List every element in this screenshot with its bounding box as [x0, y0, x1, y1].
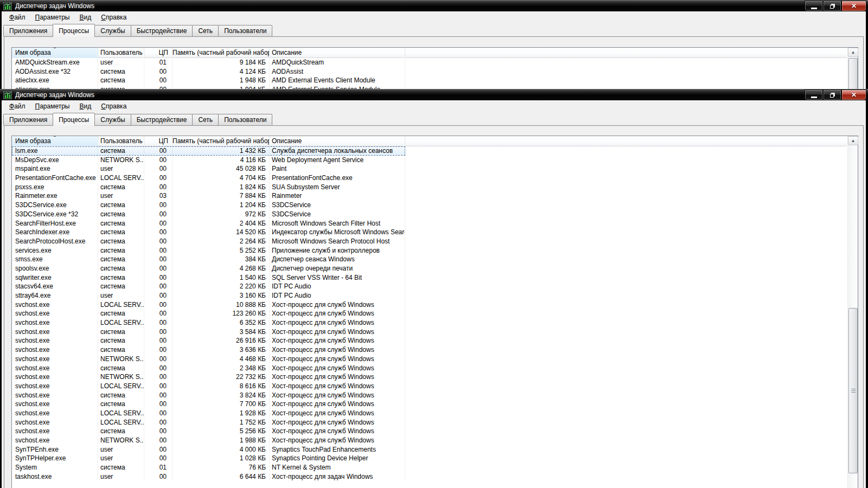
menu-item-вид[interactable]: Вид: [74, 101, 96, 111]
menu-item-параметры[interactable]: Параметры: [30, 101, 75, 111]
process-name: svchost.exe: [12, 336, 98, 345]
process-description: Web Deployment Agent Service: [270, 156, 405, 165]
vertical-scrollbar[interactable]: ▲: [847, 136, 858, 488]
task-manager-icon: [3, 2, 12, 10]
process-row[interactable]: SynTPHelper.exeuser001 028 КБSynaptics P…: [12, 454, 847, 463]
process-cpu: 00: [144, 85, 173, 89]
process-user: система: [98, 463, 144, 472]
process-row[interactable]: svchost.exeсистема005 256 КБХост-процесс…: [12, 427, 847, 436]
tab-быстродействие[interactable]: Быстродействие: [131, 25, 193, 36]
process-row[interactable]: svchost.exeсистема003 636 КБХост-процесс…: [12, 345, 847, 355]
process-row[interactable]: sqlwriter.exeсистема001 540 КБSQL Server…: [12, 273, 847, 282]
process-row[interactable]: SynTPEnh.exeuser004 000 КБSynaptics Touc…: [12, 445, 847, 454]
process-row[interactable]: S3DCService.exeсистема001 204 КБS3DCServ…: [12, 201, 847, 210]
process-row[interactable]: svchost.exeLOCAL SERV...0010 888 КБХост-…: [12, 300, 847, 310]
column-header-1[interactable]: Имя образа▲: [12, 136, 98, 146]
process-row[interactable]: svchost.exeNETWORK S...0022 732 КБХост-п…: [12, 373, 847, 382]
column-header-2[interactable]: Пользователь: [98, 48, 144, 58]
menu-item-файл[interactable]: Файл: [4, 12, 30, 22]
process-row[interactable]: sttray64.exeuser003 160 КБIDT PC Audio: [12, 291, 847, 300]
scroll-up-button[interactable]: ▲: [848, 48, 858, 57]
tab-процессы[interactable]: Процессы: [53, 24, 95, 37]
process-row[interactable]: svchost.exeсистема00123 260 КБХост-проце…: [12, 309, 847, 318]
process-row[interactable]: AODAssist.exe *32система004 124 КБAODAss…: [12, 67, 847, 76]
process-row[interactable]: SearchProtocolHost.exeсистема002 264 КБM…: [12, 237, 847, 246]
process-row[interactable]: svchost.exeсистема007 700 КБХост-процесс…: [12, 400, 847, 409]
process-row[interactable]: atiesrxx.exeсистема001 904 КБAMD Externa…: [12, 85, 847, 89]
menu-item-параметры[interactable]: Параметры: [30, 12, 75, 22]
process-row[interactable]: mspaint.exeuser0045 028 КБPaint: [12, 164, 847, 174]
process-row[interactable]: taskhost.exeuser006 644 КБХост-процесс д…: [12, 472, 847, 481]
column-header-4[interactable]: Память (частный рабочий набор): [173, 136, 270, 146]
tab-службы[interactable]: Службы: [94, 114, 131, 125]
process-memory: 1 432 КБ: [173, 146, 270, 156]
process-memory: 4 000 КБ: [173, 445, 270, 454]
process-row[interactable]: AMDQuickStream.exeuser019 184 КБAMDQuick…: [12, 58, 847, 67]
column-header-1[interactable]: Имя образа▲: [12, 48, 98, 58]
process-row[interactable]: svchost.exeсистема003 824 КБХост-процесс…: [12, 391, 847, 400]
process-row[interactable]: PresentationFontCache.exeLOCAL SERV...00…: [12, 174, 847, 183]
process-row[interactable]: smss.exeсистема00384 КБДиспетчер сеанса …: [12, 255, 847, 264]
restore-button[interactable]: [823, 89, 841, 100]
process-row[interactable]: svchost.exeLOCAL SERV...006 352 КБХост-п…: [12, 318, 847, 328]
column-header-5[interactable]: Описание: [270, 136, 405, 146]
process-row[interactable]: Rainmeter.exeuser037 884 КБRainmeter: [12, 191, 847, 201]
column-header-2[interactable]: Пользователь: [98, 136, 144, 146]
process-row[interactable]: svchost.exeсистема003 584 КБХост-процесс…: [12, 328, 847, 337]
restore-button[interactable]: [823, 1, 841, 11]
process-user: система: [98, 364, 144, 373]
tab-процессы[interactable]: Процессы: [53, 113, 95, 126]
vertical-scrollbar[interactable]: ▲: [847, 48, 858, 89]
process-memory: 9 184 КБ: [173, 58, 270, 67]
menu-item-справка[interactable]: Справка: [96, 101, 131, 111]
scrollbar-thumb[interactable]: [848, 308, 858, 473]
process-row[interactable]: svchost.exeNETWORK S...004 468 КБХост-пр…: [12, 355, 847, 364]
process-list: Имя образа▲ПользовательЦППамять (частный…: [11, 47, 858, 89]
process-row[interactable]: psxss.exeсистема001 824 КБSUA Subsystem …: [12, 183, 847, 192]
titlebar[interactable]: Диспетчер задач Windows ✕: [0, 89, 868, 100]
tab-пользователи[interactable]: Пользователи: [218, 25, 272, 36]
process-row[interactable]: svchost.exeсистема0026 916 КБХост-процес…: [12, 336, 847, 345]
process-row[interactable]: svchost.exeLOCAL SERV...001 752 КБХост-п…: [12, 418, 847, 427]
tab-пользователи[interactable]: Пользователи: [218, 114, 272, 125]
column-header-5[interactable]: Описание: [270, 48, 405, 58]
menu-item-вид[interactable]: Вид: [74, 12, 96, 22]
process-row[interactable]: svchost.exeLOCAL SERV...008 616 КБХост-п…: [12, 382, 847, 391]
process-row[interactable]: services.exeсистема005 252 КБПриложение …: [12, 246, 847, 255]
process-cpu: 00: [144, 282, 173, 291]
column-header-3[interactable]: ЦП: [144, 48, 173, 58]
tab-быстродействие[interactable]: Быстродействие: [131, 114, 193, 125]
column-header-3[interactable]: ЦП: [144, 136, 173, 146]
titlebar[interactable]: Диспетчер задач Windows ✕: [0, 0, 868, 11]
scrollbar-thumb[interactable]: [848, 58, 858, 89]
tab-сеть[interactable]: Сеть: [192, 25, 219, 36]
process-row[interactable]: svchost.exeNETWORK S...001 988 КБХост-пр…: [12, 436, 847, 445]
process-row[interactable]: svchost.exeсистема002 348 КБХост-процесс…: [12, 364, 847, 373]
close-button[interactable]: ✕: [841, 89, 866, 100]
menu-item-файл[interactable]: Файл: [4, 101, 30, 111]
process-row[interactable]: atieclxx.exeсистема001 948 КБAMD Externa…: [12, 76, 847, 85]
process-row[interactable]: svchost.exeLOCAL SERV...001 928 КБХост-п…: [12, 409, 847, 418]
process-row[interactable]: stacsv64.exeсистема002 220 КБIDT PC Audi…: [12, 282, 847, 291]
tab-приложения[interactable]: Приложения: [3, 25, 53, 36]
process-row[interactable]: Systemсистема0176 КБNT Kernel & System: [12, 463, 847, 472]
process-row[interactable]: MsDepSvc.exeNETWORK S...004 116 КБWeb De…: [12, 156, 847, 165]
tab-службы[interactable]: Службы: [94, 25, 131, 36]
tab-сеть[interactable]: Сеть: [192, 114, 219, 125]
column-header-4[interactable]: Память (частный рабочий набор): [173, 48, 270, 58]
scroll-up-button[interactable]: ▲: [848, 136, 858, 145]
restore-icon: [830, 5, 834, 9]
minimize-button[interactable]: [805, 89, 823, 100]
process-memory: 2 220 КБ: [173, 282, 270, 291]
process-row[interactable]: lsm.exeсистема001 432 КБСлужба диспетчер…: [12, 146, 405, 156]
process-row[interactable]: SearchFilterHost.exeсистема002 404 КБMic…: [12, 219, 847, 228]
tab-приложения[interactable]: Приложения: [3, 114, 53, 125]
close-button[interactable]: ✕: [841, 1, 866, 11]
process-description: Хост-процесс для служб Windows: [270, 328, 405, 337]
process-row[interactable]: spoolsv.exeсистема004 268 КБДиспетчер оч…: [12, 264, 847, 273]
menu-item-справка[interactable]: Справка: [96, 12, 131, 22]
process-cpu: 01: [144, 463, 173, 472]
process-row[interactable]: S3DCService.exe *32система00972 КБS3DCSe…: [12, 210, 847, 219]
minimize-button[interactable]: [805, 1, 823, 11]
process-row[interactable]: SearchIndexer.exeсистема0014 520 КБИндек…: [12, 228, 847, 237]
